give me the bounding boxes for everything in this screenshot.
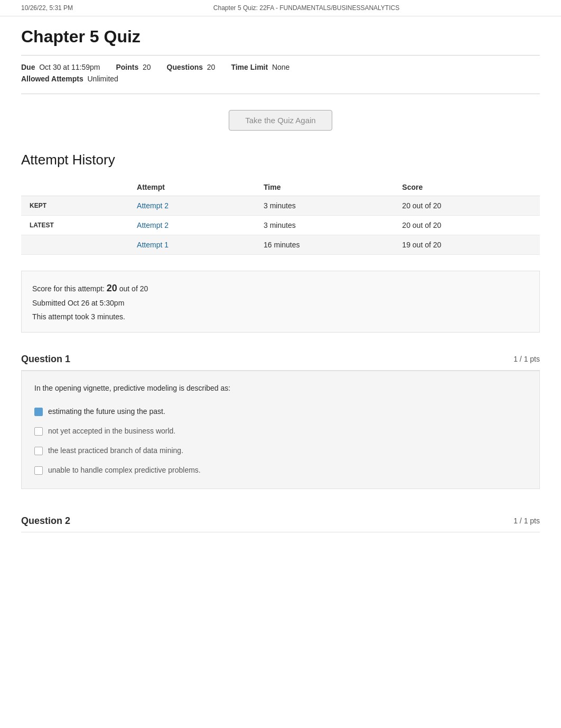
attempt-time: 3 minutes (255, 216, 394, 235)
attempt-time: 3 minutes (255, 196, 394, 216)
duration-text: This attempt took 3 minutes. (32, 310, 529, 324)
col-attempt: Attempt (128, 179, 255, 196)
take-quiz-button[interactable]: Take the Quiz Again (229, 110, 332, 131)
questions-value: 20 (207, 63, 216, 71)
allowed-attempts-value: Unlimited (88, 75, 118, 83)
question-1-text: In the opening vignette, predictive mode… (34, 384, 527, 392)
col-tag (21, 179, 128, 196)
attempt-score: 19 out of 20 (394, 235, 540, 255)
score-summary: Score for this attempt: 20 out of 20 Sub… (21, 271, 540, 333)
table-row: KEPTAttempt 23 minutes20 out of 20 (21, 196, 540, 216)
answer-option: estimating the future using the past. (34, 402, 527, 421)
datetime: 10/26/22, 5:31 PM (21, 4, 73, 12)
attempt-link[interactable]: Attempt 1 (128, 235, 255, 255)
question-1-block: Question 1 1 / 1 pts In the opening vign… (21, 348, 540, 489)
radio-unselected (34, 466, 43, 475)
breadcrumb: Chapter 5 Quiz: 22FA - FUNDAMENTALS/BUSI… (213, 4, 399, 12)
question-2-title: Question 2 (21, 515, 70, 527)
radio-selected (34, 408, 43, 416)
due-label: Due (21, 63, 35, 71)
score-value: 20 (107, 283, 117, 293)
col-score: Score (394, 179, 540, 196)
allowed-attempts-label: Allowed Attempts (21, 75, 83, 83)
points-label: Points (116, 63, 138, 71)
question-1-body: In the opening vignette, predictive mode… (21, 371, 540, 489)
question-1-title: Question 1 (21, 354, 70, 365)
col-time: Time (255, 179, 394, 196)
attempt-link[interactable]: Attempt 2 (128, 216, 255, 235)
questions-label: Questions (167, 63, 203, 71)
attempt-history-title: Attempt History (21, 152, 540, 168)
score-text: Score for this attempt: (32, 284, 107, 293)
table-row: Attempt 116 minutes19 out of 20 (21, 235, 540, 255)
score-suffix: out of 20 (117, 284, 148, 293)
due-value: Oct 30 at 11:59pm (39, 63, 100, 71)
time-limit-label: Time Limit (231, 63, 268, 71)
attempt-tag (21, 235, 128, 255)
radio-unselected (34, 447, 43, 455)
attempt-tag: LATEST (21, 216, 128, 235)
attempt-link[interactable]: Attempt 2 (128, 196, 255, 216)
table-row: LATESTAttempt 23 minutes20 out of 20 (21, 216, 540, 235)
page-title: Chapter 5 Quiz (21, 27, 540, 47)
answer-option: unable to handle complex predictive prob… (34, 460, 527, 480)
quiz-meta: Due Oct 30 at 11:59pm Points 20 Question… (21, 55, 540, 94)
question-2-block: Question 2 1 / 1 pts (21, 510, 540, 532)
answer-option: not yet accepted in the business world. (34, 421, 527, 441)
question-2-pts: 1 / 1 pts (513, 517, 540, 525)
submitted-text: Submitted Oct 26 at 5:30pm (32, 297, 529, 310)
attempt-time: 16 minutes (255, 235, 394, 255)
attempt-history-table: Attempt Time Score KEPTAttempt 23 minute… (21, 179, 540, 255)
attempt-tag: KEPT (21, 196, 128, 216)
attempt-score: 20 out of 20 (394, 216, 540, 235)
question-1-pts: 1 / 1 pts (513, 355, 540, 363)
answer-option: the least practiced branch of data minin… (34, 441, 527, 460)
time-limit-value: None (272, 63, 289, 71)
radio-unselected (34, 427, 43, 436)
points-value: 20 (143, 63, 151, 71)
attempt-score: 20 out of 20 (394, 196, 540, 216)
